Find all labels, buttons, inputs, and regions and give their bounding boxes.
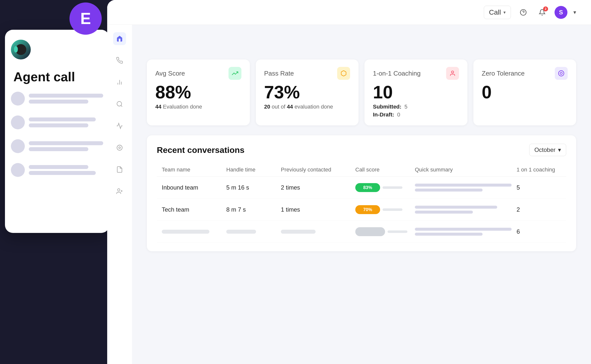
stat-card-coaching: 1-on-1 Coaching 10 Submitted: 5 xyxy=(364,59,467,125)
stat-value: 10 xyxy=(373,83,459,101)
stat-value: 73% xyxy=(264,83,350,101)
score-bar-track xyxy=(388,230,407,233)
cell-prev-contacted: 2 times xyxy=(281,184,350,191)
skeleton-circle xyxy=(11,92,25,106)
avg-score-icon xyxy=(229,67,241,80)
e-avatar: E xyxy=(69,2,102,35)
notification-badge: 2 xyxy=(543,6,548,11)
cell-handle-time: 8 m 7 s xyxy=(226,206,276,213)
table-row[interactable]: Tech team 8 m 7 s 1 times 70% xyxy=(157,199,566,221)
skeleton-item xyxy=(11,163,103,177)
skeleton-item xyxy=(11,139,103,153)
call-dropdown[interactable]: Call ▾ xyxy=(484,6,511,19)
sidebar-item-activity[interactable] xyxy=(113,119,126,132)
score-bar-track xyxy=(383,208,402,211)
col-call-score: Call score xyxy=(355,167,410,173)
stat-sub-draft: In-Draft: 0 xyxy=(373,112,459,118)
svg-point-13 xyxy=(558,71,564,76)
skeleton-item xyxy=(11,92,103,106)
stat-card-pass-rate: Pass Rate 73% 20 out of 44 evaluation do… xyxy=(256,59,359,125)
cell-team: Tech team xyxy=(162,206,221,213)
stat-sub: 44 Evaluation done xyxy=(155,104,241,110)
table-header: Team name Handle time Previously contact… xyxy=(157,163,566,177)
conversations-panel: Recent conversations October ▾ Team name… xyxy=(147,135,576,251)
table-row[interactable]: 6 xyxy=(157,221,566,243)
cell-prev-contacted xyxy=(281,230,350,234)
cell-summary xyxy=(415,184,512,192)
score-bar: 83% xyxy=(355,183,380,192)
stat-sub-row: Submitted: 5 In-Draft: 0 xyxy=(373,104,459,118)
cell-summary xyxy=(415,228,512,236)
stat-label: Avg Score xyxy=(155,70,185,77)
cell-summary xyxy=(415,206,512,214)
svg-point-14 xyxy=(560,72,562,75)
skeleton-circle xyxy=(11,115,25,129)
cell-team: Inbound team xyxy=(162,184,221,191)
notification-icon[interactable]: 2 xyxy=(536,6,549,19)
stat-card-avg-score: Avg Score 88% 44 Evaluation done xyxy=(147,59,250,125)
col-prev-contacted: Previously contacted xyxy=(281,167,350,173)
svg-line-6 xyxy=(121,105,122,107)
sidebar-item-team[interactable] xyxy=(113,185,126,198)
svg-point-7 xyxy=(119,147,121,149)
cell-score: 70% xyxy=(355,205,410,214)
cell-coaching: 6 xyxy=(517,228,561,235)
col-1on1: 1 on 1 coaching xyxy=(517,167,561,173)
agent-call-title: Agent call xyxy=(13,69,103,84)
svg-point-5 xyxy=(117,102,122,106)
stats-row: Avg Score 88% 44 Evaluation done xyxy=(147,59,576,125)
agent-call-card: Agent call xyxy=(5,30,109,233)
header: Call ▾ 2 S ▾ xyxy=(107,0,591,25)
table-row[interactable]: Inbound team 5 m 16 s 2 times 83% xyxy=(157,177,566,199)
score-bar: 70% xyxy=(355,205,380,214)
stat-label: Zero Tolerance xyxy=(482,70,525,77)
stat-value: 0 xyxy=(482,83,568,101)
col-team-name: Team name xyxy=(162,167,221,173)
cell-prev-contacted: 1 times xyxy=(281,206,350,213)
stat-sub: 20 out of 44 evaluation done xyxy=(264,104,350,110)
user-avatar-header[interactable]: S xyxy=(555,6,567,19)
sidebar-item-documents[interactable] xyxy=(113,163,126,176)
cell-handle-time: 5 m 16 s xyxy=(226,184,276,191)
stat-sub-submitted: Submitted: 5 xyxy=(373,104,459,110)
sidebar-item-settings[interactable] xyxy=(113,141,126,154)
cell-handle-time xyxy=(226,230,276,234)
zero-tolerance-icon xyxy=(555,67,568,80)
conversations-header: Recent conversations October ▾ xyxy=(157,144,566,156)
col-handle-time: Handle time xyxy=(226,167,276,173)
help-icon[interactable] xyxy=(517,6,530,19)
svg-point-8 xyxy=(117,145,122,150)
cell-team xyxy=(162,230,221,234)
main-content: Avg Score 88% 44 Evaluation done xyxy=(132,50,591,364)
agent-avatar xyxy=(11,40,31,59)
call-dropdown-label: Call xyxy=(489,8,501,16)
score-bar-track xyxy=(383,186,402,189)
sidebar xyxy=(107,25,132,364)
sidebar-item-analytics[interactable] xyxy=(113,76,126,89)
skeleton-circle xyxy=(11,139,25,153)
stat-label: Pass Rate xyxy=(264,70,294,77)
stat-value: 88% xyxy=(155,83,241,101)
col-quick-summary: Quick summary xyxy=(415,167,512,173)
month-dropdown[interactable]: October ▾ xyxy=(529,144,566,156)
sidebar-item-calls[interactable] xyxy=(113,54,126,67)
chevron-down-icon: ▾ xyxy=(558,146,561,153)
coaching-icon xyxy=(446,67,459,80)
cell-score xyxy=(355,227,410,236)
skeleton-item xyxy=(11,115,103,129)
chevron-down-icon[interactable]: ▾ xyxy=(573,9,576,16)
cell-coaching: 5 xyxy=(517,184,561,191)
stat-label: 1-on-1 Coaching xyxy=(373,70,421,77)
stat-card-zero-tolerance: Zero Tolerance 0 xyxy=(473,59,576,125)
cell-score: 83% xyxy=(355,183,410,192)
sidebar-item-home[interactable] xyxy=(113,32,126,45)
month-label: October xyxy=(534,146,556,153)
svg-point-9 xyxy=(118,189,120,191)
score-bar xyxy=(355,227,385,236)
conversations-title: Recent conversations xyxy=(157,145,244,155)
cell-coaching: 2 xyxy=(517,206,561,213)
skeleton-list xyxy=(11,92,103,177)
sidebar-item-search[interactable] xyxy=(113,98,126,111)
svg-point-12 xyxy=(451,71,454,73)
dashboard: Call ▾ 2 S ▾ xyxy=(107,0,591,364)
